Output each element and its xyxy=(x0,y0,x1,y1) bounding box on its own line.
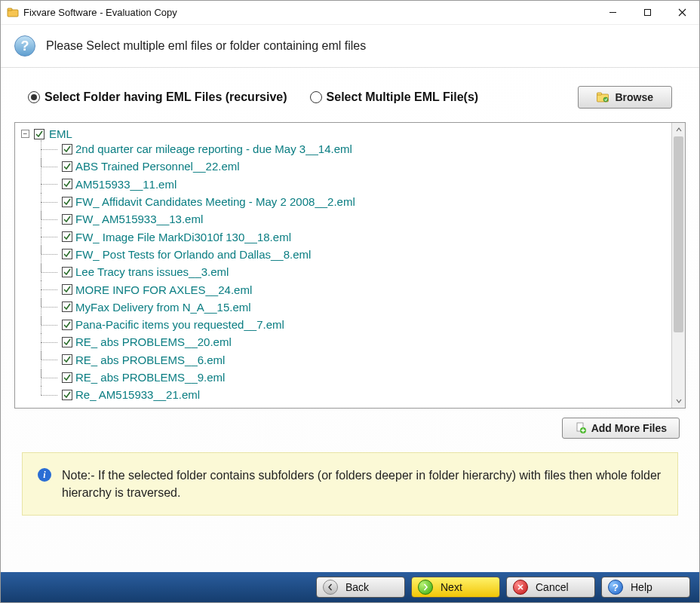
file-item[interactable]: MyFax Delivery from N_A__15.eml xyxy=(41,298,679,316)
checkbox-icon[interactable] xyxy=(62,161,72,172)
file-label: FW_ AM515933__13.eml xyxy=(75,213,203,225)
back-arrow-icon xyxy=(323,580,338,595)
checkbox-icon[interactable] xyxy=(62,231,72,242)
browse-button[interactable]: Browse xyxy=(578,86,672,109)
file-item[interactable]: MORE INFO FOR AXLES__24.eml xyxy=(41,280,679,298)
footer-bar: Back Next Cancel ? Help xyxy=(1,572,699,602)
file-label: AM515933__11.eml xyxy=(75,178,177,191)
file-item[interactable]: RE_ abs PROBLEMS__20.eml xyxy=(41,333,679,350)
option-row: Select Folder having EML Files (recursiv… xyxy=(1,68,699,122)
add-more-row: Add More Files xyxy=(1,409,699,446)
checkbox-icon[interactable] xyxy=(62,337,72,347)
add-file-icon xyxy=(575,422,587,434)
collapse-icon[interactable]: − xyxy=(21,130,29,138)
maximize-button[interactable] xyxy=(630,1,665,25)
file-item[interactable]: Pana-Pacific items you requested__7.eml xyxy=(41,316,679,333)
file-label: RE_ abs PROBLEMS__9.eml xyxy=(75,371,225,384)
question-icon: ? xyxy=(14,35,35,57)
file-item[interactable]: RE_ abs PROBLEMS__9.eml xyxy=(41,369,679,386)
file-label: 2nd quarter car mileage reporting - due … xyxy=(75,142,352,155)
file-label: FW_ Post Tests for Orlando and Dallas__8… xyxy=(75,248,311,261)
cancel-icon xyxy=(513,580,528,595)
checkbox-icon[interactable] xyxy=(62,320,72,330)
file-label: RE_ abs PROBLEMS__6.eml xyxy=(75,354,225,366)
svg-rect-1 xyxy=(8,8,12,11)
help-label: Help xyxy=(631,581,652,593)
note-text: Note:- If the selected folder contains s… xyxy=(62,467,662,501)
add-more-files-button[interactable]: Add More Files xyxy=(562,418,680,439)
titlebar: Fixvare Software - Evaluation Copy xyxy=(1,1,699,25)
window-title: Fixvare Software - Evaluation Copy xyxy=(23,7,595,18)
file-label: MyFax Delivery from N_A__15.eml xyxy=(75,301,251,314)
info-icon: i xyxy=(38,468,51,482)
file-item[interactable]: FW_ Affidavit Candidates Meeting - May 2… xyxy=(41,193,679,210)
minimize-button[interactable] xyxy=(595,1,630,25)
file-label: Re_ AM515933__21.eml xyxy=(75,388,200,401)
checkbox-icon[interactable] xyxy=(62,372,72,383)
file-label: Pana-Pacific items you requested__7.eml xyxy=(75,318,284,331)
next-label: Next xyxy=(441,581,462,593)
instruction-text: Please Select multiple eml files or fold… xyxy=(46,39,366,53)
checkbox-icon[interactable] xyxy=(34,129,45,139)
file-item[interactable]: FW_ Image File MarkDi3010f 130__18.eml xyxy=(41,228,679,245)
file-label: ABS Trained Personnel__22.eml xyxy=(75,160,240,173)
back-button[interactable]: Back xyxy=(316,577,405,598)
checkbox-icon[interactable] xyxy=(62,354,72,365)
next-button[interactable]: Next xyxy=(411,577,500,598)
file-label: FW_ Affidavit Candidates Meeting - May 2… xyxy=(75,195,355,208)
scrollbar[interactable] xyxy=(671,123,685,408)
instruction-strip: ? Please Select multiple eml files or fo… xyxy=(1,25,699,68)
radio-circle-icon xyxy=(310,91,322,103)
checkbox-icon[interactable] xyxy=(62,267,72,277)
scroll-down-icon[interactable] xyxy=(672,394,685,408)
folder-icon xyxy=(597,92,609,103)
help-button[interactable]: ? Help xyxy=(601,577,690,598)
app-window: Fixvare Software - Evaluation Copy ? Ple… xyxy=(0,0,700,603)
checkbox-icon[interactable] xyxy=(62,144,72,155)
file-item[interactable]: 2nd quarter car mileage reporting - due … xyxy=(41,140,679,158)
checkbox-icon[interactable] xyxy=(62,197,72,207)
checkbox-icon[interactable] xyxy=(62,390,72,400)
checkbox-icon[interactable] xyxy=(62,302,72,312)
file-item[interactable]: RE_ abs PROBLEMS__6.eml xyxy=(41,351,679,369)
help-icon: ? xyxy=(608,580,623,595)
svg-rect-7 xyxy=(597,93,602,95)
scroll-thumb[interactable] xyxy=(674,136,683,332)
checkbox-icon[interactable] xyxy=(62,249,72,259)
file-label: RE_ abs PROBLEMS__20.eml xyxy=(75,335,232,348)
radio-multi-label: Select Multiple EML File(s) xyxy=(327,90,479,104)
note-box: i Note:- If the selected folder contains… xyxy=(22,452,678,516)
scroll-up-icon[interactable] xyxy=(672,123,685,136)
radio-select-folder[interactable]: Select Folder having EML Files (recursiv… xyxy=(28,90,287,104)
checkbox-icon[interactable] xyxy=(62,284,72,295)
file-label: MORE INFO FOR AXLES__24.eml xyxy=(75,283,252,296)
tree-root[interactable]: − EML xyxy=(21,127,679,140)
file-item[interactable]: Lee Tracy trans issues__3.eml xyxy=(41,263,679,280)
file-item[interactable]: AM515933__11.eml xyxy=(41,176,679,193)
radio-folder-label: Select Folder having EML Files (recursiv… xyxy=(45,90,287,104)
checkbox-icon[interactable] xyxy=(62,214,72,225)
file-item[interactable]: FW_ Post Tests for Orlando and Dallas__8… xyxy=(41,246,679,263)
checkbox-icon[interactable] xyxy=(62,179,72,189)
back-label: Back xyxy=(345,581,369,593)
next-arrow-icon xyxy=(418,580,433,595)
main-area: ? Please Select multiple eml files or fo… xyxy=(1,25,699,572)
file-label: FW_ Image File MarkDi3010f 130__18.eml xyxy=(75,231,291,243)
file-tree: − EML 2nd quarter car mileage reporting … xyxy=(14,122,686,409)
svg-rect-3 xyxy=(644,10,650,16)
add-more-label: Add More Files xyxy=(591,422,667,434)
file-item[interactable]: ABS Trained Personnel__22.eml xyxy=(41,158,679,175)
file-label: Lee Tracy trans issues__3.eml xyxy=(75,265,229,278)
radio-circle-icon xyxy=(28,91,40,103)
close-button[interactable] xyxy=(665,1,699,25)
radio-select-multiple[interactable]: Select Multiple EML File(s) xyxy=(310,90,479,104)
cancel-label: Cancel xyxy=(536,581,569,593)
file-item[interactable]: Re_ AM515933__21.eml xyxy=(41,386,679,403)
tree-root-label: EML xyxy=(49,127,72,140)
cancel-button[interactable]: Cancel xyxy=(506,577,595,598)
browse-label: Browse xyxy=(615,91,653,103)
file-item[interactable]: FW_ AM515933__13.eml xyxy=(41,210,679,228)
app-icon xyxy=(7,7,19,19)
